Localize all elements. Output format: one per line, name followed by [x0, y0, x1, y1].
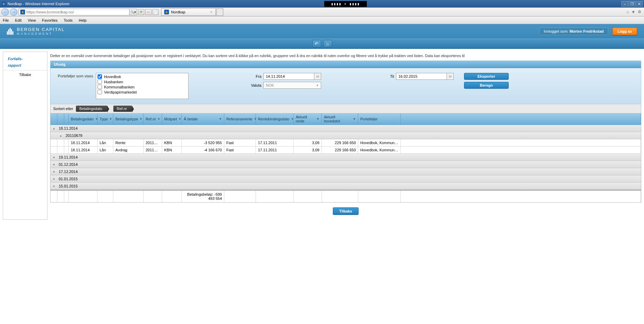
sort-tag[interactable]: Ref.nr	[113, 106, 132, 112]
table-row[interactable]: 18.11.2014LånRente20110678KBN-3 520 955F…	[50, 139, 641, 147]
ie-title-bar: e Nordkap - Windows Internet Explorer ▮▮…	[0, 0, 644, 8]
col-portefoljer[interactable]: Porteføljer	[358, 114, 401, 125]
calendar-icon[interactable]: 15	[314, 73, 321, 80]
group-row-date[interactable]: ▾01.12.2014	[50, 161, 641, 168]
menu-edit[interactable]: Edit	[15, 18, 22, 22]
compat-button[interactable]: 📄	[152, 9, 159, 15]
menu-file[interactable]: File	[3, 18, 9, 22]
nav-home-button[interactable]: ⌂	[323, 40, 332, 47]
close-tab-button[interactable]: ×	[210, 10, 213, 14]
refresh-button[interactable]: ⟳	[138, 9, 144, 15]
tools-icon[interactable]: ⚙	[638, 10, 641, 14]
filter-icon[interactable]: ▼	[157, 117, 160, 121]
group-row-date[interactable]: ▴ 18.11.2014	[50, 125, 641, 132]
to-date-label: Til	[380, 74, 394, 78]
login-info: Innlogget som: Morten Fredrikstad	[539, 28, 608, 35]
calendar-icon[interactable]: 15	[447, 73, 454, 80]
app-header: BERGEN CAPITAL MANAGEMENT Innlogget som:…	[0, 24, 644, 39]
home-icon[interactable]: ⌂	[626, 10, 629, 14]
collapse-icon[interactable]: ▴	[60, 134, 64, 137]
expand-icon[interactable]: ▾	[53, 156, 57, 159]
sort-tag[interactable]: Betalingsdato	[76, 106, 107, 112]
currency-label: Valuta	[247, 83, 261, 87]
forward-button[interactable]: →	[10, 8, 18, 16]
portfolio-item[interactable]: Verdipapirmarkedet	[97, 89, 188, 95]
minimize-button[interactable]: –	[621, 1, 628, 7]
expand-icon[interactable]: ▾	[53, 185, 57, 188]
maximize-button[interactable]: ❐	[629, 1, 635, 7]
search-dropdown-button[interactable]: 🔍▾	[129, 9, 137, 15]
col-spacer	[401, 114, 641, 125]
menu-view[interactable]: View	[28, 18, 36, 22]
tab-title: Nordkap	[171, 10, 185, 14]
col-refrente[interactable]: Referanserente▼	[224, 114, 256, 125]
col-type[interactable]: Type▼	[98, 114, 113, 125]
portfolio-item[interactable]: Husbanken	[97, 79, 188, 84]
window-title: Nordkap - Windows Internet Explorer	[8, 2, 69, 6]
filter-icon[interactable]: ▼	[178, 117, 181, 121]
group-row-date[interactable]: ▾01.01.2015	[50, 175, 641, 183]
sidebar-back-link[interactable]: Tilbake	[3, 70, 47, 79]
data-grid: Betalingsdato▼ Type▼ Betalingstype▼ Ref.…	[50, 114, 641, 203]
menu-favorites[interactable]: Favorites	[42, 18, 57, 22]
brand-sub: MANAGEMENT	[17, 32, 65, 35]
col-betalingstype[interactable]: Betalingstype▼	[113, 114, 144, 125]
grid-expand-col	[57, 114, 64, 125]
filter-icon[interactable]: ▼	[109, 117, 112, 121]
new-tab-button[interactable]	[216, 8, 223, 16]
col-betalingsdato[interactable]: Betalingsdato▼	[69, 114, 98, 125]
portfolio-item[interactable]: Hovedbok	[97, 74, 188, 79]
back-button[interactable]: ←	[1, 8, 9, 16]
expand-icon[interactable]: ▾	[53, 177, 57, 181]
filter-icon[interactable]: ▼	[139, 117, 143, 121]
col-abetale[interactable]: Å betale▼	[182, 114, 224, 125]
menu-tools[interactable]: Tools	[64, 18, 73, 22]
portfolio-checkbox[interactable]	[98, 85, 102, 89]
group-row-date[interactable]: ▾19.11.2014	[50, 154, 641, 161]
menu-help[interactable]: Help	[79, 18, 87, 22]
nav-toolbar: ↶ ⌂	[0, 39, 644, 49]
stop-button[interactable]: ↔	[145, 9, 151, 15]
currency-select[interactable]: NOK▼	[263, 82, 321, 89]
portfolio-checkbox[interactable]	[98, 74, 102, 79]
footer-back-button[interactable]: Tilbake	[333, 207, 359, 215]
expand-icon[interactable]: ▾	[53, 163, 57, 166]
close-window-button[interactable]: ✕	[636, 1, 643, 7]
export-button[interactable]: Eksporter	[464, 73, 509, 80]
table-row[interactable]: 18.11.2014LånAvdrag20110678KBN-4 166 670…	[50, 147, 641, 154]
group-row-date[interactable]: ▾17.12.2014	[50, 168, 641, 175]
filter-panel-header: Utvalg	[50, 61, 641, 68]
favorites-icon[interactable]: ★	[632, 10, 635, 14]
grid-header: Betalingsdato▼ Type▼ Betalingstype▼ Ref.…	[50, 114, 641, 125]
portfolio-listbox[interactable]: Hovedbok Husbanken Kommunalbanken Verdip…	[96, 73, 189, 99]
expand-icon[interactable]: ▾	[53, 170, 57, 173]
page-title: Forfalls-rapport	[3, 52, 47, 70]
from-date-input[interactable]	[263, 73, 314, 80]
filter-icon[interactable]: ▼	[353, 117, 356, 121]
portfolio-item[interactable]: Kommunalbanken	[97, 84, 188, 89]
nav-back-button[interactable]: ↶	[312, 40, 321, 47]
grid-expand-col	[50, 114, 57, 125]
brand-logo-icon	[7, 28, 13, 35]
browser-tab[interactable]: e Nordkap ×	[161, 8, 216, 16]
col-refnr[interactable]: Ref.nr▼	[144, 114, 162, 125]
logout-button[interactable]: Logg av	[612, 28, 637, 35]
group-row-refnr[interactable]: ▴ 20110678	[50, 132, 641, 139]
filter-icon[interactable]: ▼	[219, 117, 222, 121]
to-date-input[interactable]	[396, 73, 447, 80]
filter-icon[interactable]: ▼	[316, 117, 319, 121]
col-hovedstol[interactable]: Aktuell hovedstol▼	[322, 114, 358, 125]
col-rentebinding[interactable]: Rentebindingsdato▼	[256, 114, 294, 125]
portfolio-checkbox[interactable]	[98, 79, 102, 84]
portfolio-label: Porteføljer som vises	[55, 73, 93, 78]
portfolio-checkbox[interactable]	[98, 90, 102, 94]
collapse-icon[interactable]: ▴	[53, 127, 57, 130]
filter-panel: Utvalg Porteføljer som vises Hovedbok Hu…	[50, 61, 641, 104]
col-aktuellrente[interactable]: Aktuell rente▼	[294, 114, 322, 125]
summary-total: Betalingsbeløp: -599 493 554	[182, 191, 224, 202]
calculate-button[interactable]: Beregn	[464, 82, 509, 89]
address-bar[interactable]: e https://www.bcmnordkap.no/	[19, 9, 129, 15]
group-row-date[interactable]: ▾15.01.2015	[50, 183, 641, 190]
sort-bar: Sortert etter Betalingsdato Ref.nr	[50, 104, 641, 114]
col-motpart[interactable]: Motpart▼	[162, 114, 182, 125]
